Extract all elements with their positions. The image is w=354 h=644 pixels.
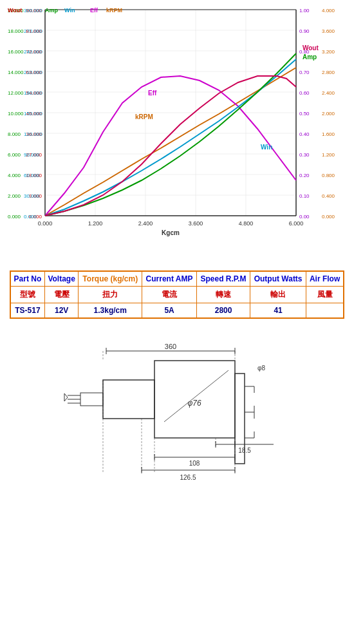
svg-text:4.800: 4.800 (239, 220, 254, 227)
svg-text:0.20: 0.20 (299, 173, 310, 178)
col-speed-cn: 轉速 (197, 287, 250, 303)
dim-phi76: φ76 (187, 399, 201, 408)
svg-text:0.70: 0.70 (299, 70, 310, 75)
svg-line-108 (164, 370, 228, 422)
col-torque: Torque (kg/cm) (79, 271, 142, 287)
svg-text:Wout: Wout (303, 44, 319, 52)
diagram-svg: 360 φ76 φ8 (42, 338, 312, 506)
svg-text:4.000: 4.000 (322, 8, 335, 14)
svg-text:16.000: 16.000 (8, 49, 24, 55)
svg-text:0.000: 0.000 (8, 214, 21, 220)
svg-text:kRPM: kRPM (106, 7, 122, 14)
svg-text:1.00: 1.00 (299, 8, 310, 14)
performance-chart: 0.000 9.000 18.000 27.000 36.000 45.000 … (0, 0, 354, 258)
svg-text:10.000: 10.000 (8, 111, 24, 117)
svg-text:0.40: 0.40 (299, 131, 310, 137)
svg-text:18.000: 18.000 (8, 28, 24, 34)
cell-torque: 1.3kg/cm (79, 303, 142, 319)
svg-text:Amp: Amp (45, 7, 59, 14)
svg-text:270.000: 270.000 (24, 28, 42, 34)
col-speed: Speed R.P.M (197, 271, 250, 287)
svg-text:120.000: 120.000 (24, 131, 42, 137)
svg-text:0.000: 0.000 (38, 220, 53, 227)
svg-text:90.000: 90.000 (24, 152, 40, 158)
col-voltage: Voltage (44, 271, 79, 287)
col-voltage-cn: 電壓 (44, 287, 79, 303)
svg-text:1.200: 1.200 (322, 152, 335, 158)
svg-text:2.000: 2.000 (322, 111, 335, 117)
svg-text:kRPM: kRPM (135, 113, 153, 120)
col-airflow: Air Flow (306, 271, 344, 287)
svg-text:3.600: 3.600 (322, 28, 335, 34)
svg-text:0.400: 0.400 (322, 193, 335, 199)
cell-part-no: TS-517 (10, 303, 44, 319)
svg-rect-95 (103, 380, 154, 419)
svg-text:Kgcm: Kgcm (162, 229, 180, 236)
dim-360: 360 (165, 343, 176, 350)
svg-marker-100 (64, 393, 68, 401)
svg-text:0.60: 0.60 (299, 90, 310, 96)
svg-text:0.10: 0.10 (299, 193, 310, 199)
col-output-cn: 輸出 (250, 287, 306, 303)
col-airflow-cn: 風量 (306, 287, 344, 303)
col-torque-cn: 扭力 (79, 287, 142, 303)
cell-current: 5A (142, 303, 197, 319)
dim-phi8: φ8 (257, 365, 265, 372)
col-part-no-cn: 型號 (10, 287, 44, 303)
svg-text:0.50: 0.50 (299, 111, 310, 117)
svg-text:210.000: 210.000 (24, 70, 42, 75)
svg-text:Amp: Amp (303, 53, 317, 61)
dim-126-5: 126.5 (180, 474, 196, 481)
svg-text:1.600: 1.600 (322, 131, 335, 137)
svg-text:4.000: 4.000 (8, 173, 21, 178)
svg-text:Eff: Eff (90, 7, 98, 14)
svg-text:Eff: Eff (148, 90, 157, 97)
svg-text:240.000: 240.000 (24, 49, 42, 55)
svg-text:3.200: 3.200 (322, 49, 335, 55)
svg-text:0.00: 0.00 (299, 214, 310, 220)
svg-text:Wout: Wout (8, 7, 22, 14)
svg-rect-96 (80, 393, 103, 406)
svg-text:2.400: 2.400 (322, 90, 335, 96)
svg-text:150.000: 150.000 (24, 111, 42, 117)
svg-text:1.200: 1.200 (88, 220, 103, 227)
cell-voltage: 12V (44, 303, 79, 319)
svg-text:0.000: 0.000 (322, 214, 335, 220)
col-part-no: Part No (10, 271, 44, 287)
col-current-cn: 電流 (142, 287, 197, 303)
dim-108: 108 (189, 460, 200, 467)
svg-text:180.000: 180.000 (24, 90, 42, 96)
svg-text:6.000: 6.000 (289, 220, 304, 227)
svg-text:Win: Win (261, 144, 272, 151)
svg-text:14.000: 14.000 (8, 70, 24, 75)
svg-text:2.800: 2.800 (322, 70, 335, 75)
cell-airflow (306, 303, 344, 319)
col-current: Current AMP (142, 271, 197, 287)
svg-text:Win: Win (64, 7, 75, 14)
svg-text:3.600: 3.600 (189, 220, 203, 227)
col-output: Output Watts (250, 271, 306, 287)
svg-text:6.000: 6.000 (8, 152, 21, 158)
chart-svg: 0.000 9.000 18.000 27.000 36.000 45.000 … (6, 6, 354, 251)
cell-speed: 2800 (197, 303, 250, 319)
cell-output: 41 (250, 303, 306, 319)
dim-18-5: 18.5 (238, 447, 251, 454)
svg-text:0.90: 0.90 (299, 28, 310, 34)
svg-text:2.000: 2.000 (8, 193, 21, 199)
svg-text:30.000: 30.000 (24, 193, 40, 199)
svg-text:8.000: 8.000 (8, 131, 21, 137)
specs-table: Part No Voltage Torque (kg/cm) Current A… (10, 270, 344, 319)
svg-text:0.30: 0.30 (299, 152, 310, 158)
svg-text:0.000: 0.000 (24, 214, 37, 220)
svg-text:12.000: 12.000 (8, 90, 24, 96)
specs-table-section: Part No Voltage Torque (kg/cm) Current A… (0, 264, 354, 325)
svg-text:2.400: 2.400 (138, 220, 153, 227)
mechanical-diagram: 360 φ76 φ8 (0, 325, 354, 518)
svg-text:60.000: 60.000 (24, 173, 40, 178)
svg-text:300.000: 300.000 (24, 8, 42, 14)
svg-text:0.800: 0.800 (322, 173, 335, 178)
